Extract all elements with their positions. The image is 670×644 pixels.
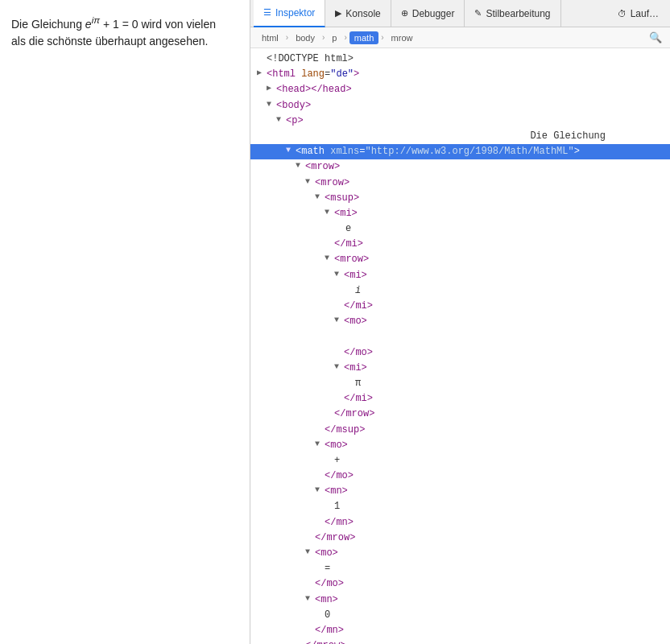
code-line-msup-close[interactable]: </msup> xyxy=(250,423,670,438)
attr-eq2: = xyxy=(359,144,365,159)
arrow-math: ▼ xyxy=(286,144,296,157)
text-i: i xyxy=(355,283,361,299)
tab-lauf[interactable]: ⏱ Lauf… xyxy=(610,0,667,27)
code-line-mrow2[interactable]: ▼ <mrow> xyxy=(250,175,670,191)
tab-stilbearbeitung[interactable]: ✎ Stilbearbeitung xyxy=(465,0,560,27)
arrow-mrow3: ▼ xyxy=(325,252,334,265)
code-line-mn-0-open[interactable]: ▼ <mn> xyxy=(250,592,670,608)
code-line-mo-plus-open[interactable]: ▼ <mo> xyxy=(250,438,670,453)
code-line-mo-open[interactable]: ▼ <mo> xyxy=(250,314,670,329)
crumb-html[interactable]: html xyxy=(257,31,283,44)
code-line-text-eq: = xyxy=(250,561,670,576)
code-line-msup[interactable]: ▼ <msup> xyxy=(250,191,670,206)
arrow-msup: ▼ xyxy=(315,191,325,204)
code-line-body[interactable]: ▼ <body> xyxy=(250,98,670,114)
code-line-mrow1[interactable]: ▼ <mrow> xyxy=(250,159,670,175)
tag-mrow2-close: </mrow> xyxy=(315,530,355,546)
code-line-mrow3[interactable]: ▼ <mrow> xyxy=(250,252,670,267)
tag-mi-pi-open: <mi> xyxy=(344,361,367,376)
crumb-arrow-4: › xyxy=(381,33,383,42)
code-line-text-pi: π xyxy=(250,376,670,391)
code-line-text-i: i xyxy=(250,283,670,299)
tag-body: <body> xyxy=(276,98,311,114)
arrow-mi-pi-close xyxy=(334,391,344,404)
code-line-mi-i-close[interactable]: </mi> xyxy=(250,299,670,314)
tab-bar: ☰ Inspektor ▶ Konsole ⊕ Debugger ✎ Stilb… xyxy=(250,0,670,27)
attr-lang-name: lang xyxy=(296,67,325,82)
attr-xmlns-name: xmlns xyxy=(325,144,359,159)
arrow-mn-0: ▼ xyxy=(305,592,315,605)
code-line-text-die: Die Gleichung xyxy=(250,129,670,144)
arrow-mi-e: ▼ xyxy=(325,206,334,219)
tab-konsole-label: Konsole xyxy=(345,8,380,19)
text-pi: π xyxy=(355,376,361,391)
inspektor-icon: ☰ xyxy=(263,7,271,18)
arrow-msup-close xyxy=(315,423,325,436)
code-line-mn-1-close[interactable]: </mn> xyxy=(250,515,670,530)
code-line-mi-e-close[interactable]: </mi> xyxy=(250,237,670,252)
code-line-mrow2-close[interactable]: </mrow> xyxy=(250,530,670,546)
text-1: 1 xyxy=(334,499,340,514)
tag-html-open: <html xyxy=(267,67,296,82)
tag-math-open: <math xyxy=(296,144,325,159)
crumb-arrow-3: › xyxy=(344,33,346,42)
arrow-mn-1: ▼ xyxy=(315,484,325,497)
tag-mo-eq-open: <mo> xyxy=(315,546,338,561)
tag-mo-plus-close: </mo> xyxy=(325,469,354,484)
text-0: 0 xyxy=(325,608,330,623)
tag-mn-1-close: </mn> xyxy=(325,515,354,530)
arrow-mi-pi: ▼ xyxy=(334,361,344,374)
code-line-math[interactable]: ▼ <math xmlns="http://www.w3.org/1998/Ma… xyxy=(250,144,670,159)
code-line-mo-plus-close[interactable]: </mo> xyxy=(250,469,670,484)
tag-math-end: > xyxy=(574,144,580,159)
arrow-mrow1: ▼ xyxy=(296,159,305,172)
crumb-p[interactable]: p xyxy=(327,31,341,44)
tag-msup: <msup> xyxy=(325,191,359,206)
code-line-mrow1-close[interactable]: </mrow> xyxy=(250,638,670,644)
tab-debugger[interactable]: ⊕ Debugger xyxy=(391,0,465,27)
text-die-gleichung: Die Gleichung xyxy=(530,129,606,144)
arrow-html: ▶ xyxy=(257,67,267,80)
tab-debugger-label: Debugger xyxy=(412,8,455,19)
tag-mo-open: <mo> xyxy=(344,314,367,329)
arrow-mo-plus-close xyxy=(315,469,325,481)
text-mo xyxy=(355,329,361,345)
tab-konsole[interactable]: ▶ Konsole xyxy=(325,0,391,27)
attr-xmlns-value: "http://www.w3.org/1998/Math/MathML" xyxy=(365,144,573,159)
code-line-mn-0-close[interactable]: </mn> xyxy=(250,623,670,638)
code-line-mo-eq-close[interactable]: </mo> xyxy=(250,576,670,592)
code-line-mi-pi-open[interactable]: ▼ <mi> xyxy=(250,361,670,376)
code-line-mo-text xyxy=(250,329,670,345)
code-line-mo-eq-open[interactable]: ▼ <mo> xyxy=(250,546,670,561)
code-line-html[interactable]: ▶ <html lang="de"> xyxy=(250,67,670,82)
attr-eq: = xyxy=(325,67,330,82)
breadcrumb-search-button[interactable]: 🔍 xyxy=(647,30,664,46)
code-line-mi-e-open[interactable]: ▼ <mi> xyxy=(250,206,670,221)
arrow-mo-eq: ▼ xyxy=(305,546,315,559)
tag-mi-i-close: </mi> xyxy=(344,299,373,314)
code-line-p[interactable]: ▼ <p> xyxy=(250,114,670,129)
arrow-body: ▼ xyxy=(267,98,276,111)
lauf-icon: ⏱ xyxy=(618,9,627,19)
text-eq: = xyxy=(325,561,330,576)
tab-stilbearbeitung-label: Stilbearbeitung xyxy=(486,8,550,19)
code-line-doctype[interactable]: <!DOCTYPE html> xyxy=(250,52,670,67)
code-panel[interactable]: <!DOCTYPE html> ▶ <html lang="de"> ▶ <he… xyxy=(250,48,670,644)
arrow-mn-0-close xyxy=(305,623,315,636)
tab-inspektor[interactable]: ☰ Inspektor xyxy=(254,0,325,27)
code-line-mn-1-open[interactable]: ▼ <mn> xyxy=(250,484,670,499)
crumb-body[interactable]: body xyxy=(291,31,320,44)
code-line-mo-close[interactable]: </mo> xyxy=(250,345,670,361)
code-line-mrow3-close[interactable]: </mrow> xyxy=(250,407,670,422)
code-line-head[interactable]: ▶ <head></head> xyxy=(250,82,670,97)
left-panel: Die Gleichung eiπ + 1 = 0 wird von viele… xyxy=(0,0,250,644)
tag-mrow1: <mrow> xyxy=(305,159,340,175)
code-line-mi-pi-close[interactable]: </mi> xyxy=(250,391,670,407)
arrow-doctype xyxy=(257,52,267,64)
crumb-mrow[interactable]: mrow xyxy=(387,31,418,44)
code-line-mi-i-open[interactable]: ▼ <mi> xyxy=(250,268,670,283)
arrow-mrow2: ▼ xyxy=(305,175,315,188)
stilbearbeitung-icon: ✎ xyxy=(474,8,482,19)
tag-mi-pi-close: </mi> xyxy=(344,391,373,407)
crumb-math[interactable]: math xyxy=(349,31,378,44)
